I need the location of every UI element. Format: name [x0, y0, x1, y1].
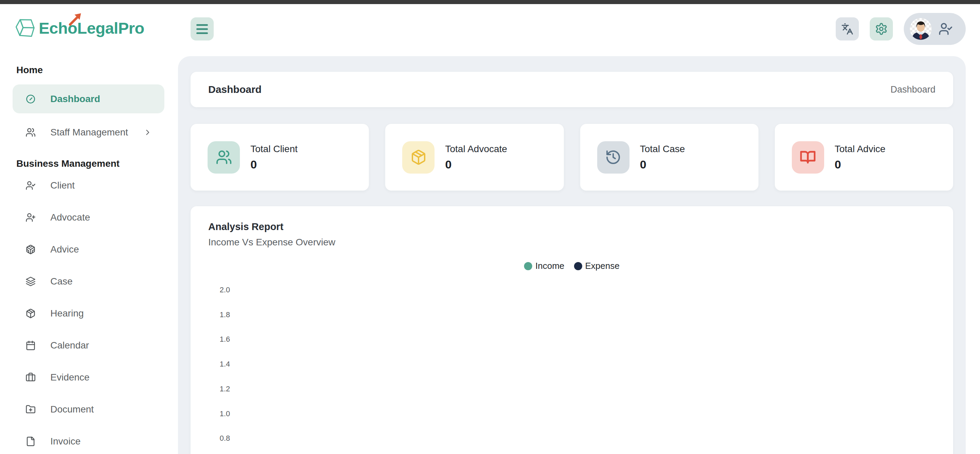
chevron-right-icon [143, 128, 152, 137]
chart-legend: IncomeExpense [191, 261, 953, 271]
y-tick-label: 2.0 [208, 285, 230, 295]
legend-label: Expense [585, 261, 620, 271]
translate-icon [841, 23, 853, 35]
stat-icon-container [402, 141, 434, 174]
user-menu[interactable] [904, 13, 966, 45]
sidebar-item-client[interactable]: Client [13, 169, 164, 201]
cube-wireframe-icon [25, 244, 36, 255]
menu-icon [196, 24, 208, 26]
stat-icon-container [208, 141, 240, 174]
y-tick-label: 1.0 [208, 409, 230, 418]
sidebar-section-home: Home [16, 64, 178, 76]
legend-entry-income[interactable]: Income [524, 261, 564, 271]
breadcrumb[interactable]: Dashboard [891, 84, 935, 95]
stat-value: 0 [250, 158, 298, 171]
gauge-icon [25, 94, 36, 104]
sidebar-section-business-management: Business Management [16, 158, 178, 169]
stat-label: Total Advice [835, 143, 885, 155]
page-header-card: Dashboard Dashboard [191, 72, 953, 107]
chart-y-axis: 2.01.81.61.41.21.00.8 [208, 206, 230, 454]
stat-card-total-advice: Total Advice 0 [775, 124, 953, 191]
y-tick-label: 1.8 [208, 311, 230, 319]
y-tick-label: 1.4 [208, 360, 230, 369]
stat-label: Total Advocate [445, 143, 507, 155]
y-tick-label: 1.2 [208, 385, 230, 393]
sidebar: Home Dashboard Staff Management Business… [0, 56, 178, 454]
legend-entry-expense[interactable]: Expense [574, 261, 620, 271]
stats-row: Total Client 0 Total Advocate 0 [191, 124, 953, 191]
sidebar-item-dashboard[interactable]: Dashboard [13, 84, 164, 113]
sidebar-item-evidence[interactable]: Evidence [13, 362, 164, 393]
sidebar-toggle-button[interactable] [191, 18, 214, 40]
legend-dot [574, 262, 582, 270]
cube-outline-icon [13, 16, 40, 40]
user-check-icon [939, 22, 953, 36]
settings-gear-icon [875, 22, 888, 35]
app-window: EchoLegalPro [0, 0, 980, 454]
logo-wordmark: EchoLegalPro [39, 16, 144, 40]
chart-plot-area [235, 285, 940, 454]
briefcase-icon [25, 372, 36, 382]
users-icon [25, 127, 36, 137]
legend-dot [524, 262, 532, 270]
package-icon [25, 308, 36, 319]
browser-top-strip [0, 0, 980, 4]
stat-icon-container [792, 141, 824, 174]
page-title: Dashboard [208, 84, 262, 95]
sidebar-item-calendar[interactable]: Calendar [13, 330, 164, 362]
avatar-image [910, 18, 932, 40]
stat-label: Total Case [640, 143, 685, 155]
y-tick-label: 1.6 [208, 335, 230, 344]
sidebar-item-invoice[interactable]: Invoice [13, 425, 164, 454]
stat-value: 0 [835, 158, 885, 171]
user-plus-icon [25, 212, 36, 223]
trend-arrow-icon [67, 12, 83, 27]
history-clock-icon [605, 149, 621, 166]
users-icon [216, 149, 232, 166]
sidebar-item-advice[interactable]: Advice [13, 233, 164, 266]
y-tick-label: 0.8 [208, 434, 230, 443]
stat-value: 0 [640, 158, 685, 171]
stat-icon-container [597, 141, 630, 174]
settings-button[interactable] [870, 18, 893, 40]
sidebar-item-hearing[interactable]: Hearing [13, 298, 164, 330]
user-check-icon [25, 180, 36, 191]
file-icon [25, 436, 36, 446]
book-open-icon [800, 149, 816, 166]
app-logo[interactable]: EchoLegalPro [14, 16, 144, 40]
sidebar-item-staff-management[interactable]: Staff Management [13, 116, 164, 148]
layers-icon [25, 276, 36, 287]
stat-card-total-advocate: Total Advocate 0 [385, 124, 563, 191]
logo-text-ech: Ech [39, 16, 68, 40]
stat-card-total-client: Total Client 0 [191, 124, 369, 191]
stat-label: Total Client [250, 143, 298, 155]
stat-card-total-case: Total Case 0 [580, 124, 759, 191]
sidebar-item-document[interactable]: Document [13, 393, 164, 425]
avatar[interactable] [910, 18, 932, 40]
stat-value: 0 [445, 158, 507, 171]
calendar-icon [25, 340, 36, 350]
sidebar-item-case[interactable]: Case [13, 266, 164, 298]
folder-plus-icon [25, 404, 36, 414]
logo-text-legalpro: LegalPro [77, 16, 144, 40]
analysis-report-card: Analysis Report Income Vs Expense Overvi… [191, 206, 953, 454]
language-button[interactable] [836, 18, 859, 40]
legend-label: Income [535, 261, 564, 271]
sidebar-item-advocate[interactable]: Advocate [13, 201, 164, 233]
package-icon [410, 149, 427, 166]
